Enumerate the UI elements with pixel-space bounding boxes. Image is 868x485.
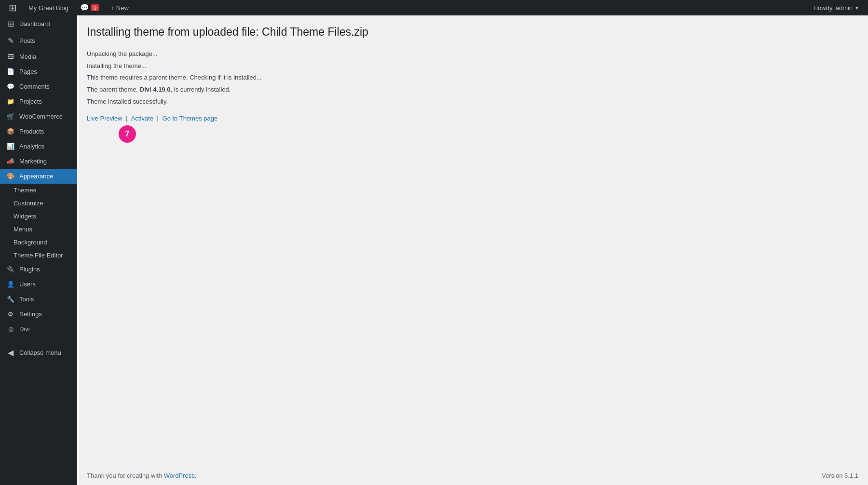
sidebar-submenu-theme-file-editor[interactable]: Theme File Editor [0, 249, 77, 262]
log-text-3: This theme requires a parent theme. Chec… [87, 74, 262, 81]
analytics-label: Analytics [19, 143, 44, 150]
footer-credit: Thank you for creating with WordPress. [87, 472, 196, 479]
sidebar-submenu-menus[interactable]: Menus [0, 223, 77, 236]
wordpress-link[interactable]: WordPress [164, 472, 195, 479]
footer-period: . [195, 472, 197, 479]
sidebar-item-tools[interactable]: 🔧 Tools [0, 292, 77, 307]
parent-theme-name: Divi 4.19.0 [140, 86, 171, 93]
log-text-4-prefix: The parent theme, [87, 86, 140, 93]
log-line-3: This theme requires a parent theme. Chec… [87, 73, 858, 83]
adminbar-site-name[interactable]: My Great Blog [24, 0, 73, 15]
log-line-2: Installing the theme... [87, 61, 858, 71]
users-label: Users [19, 281, 36, 288]
themes-submenu-label: Themes [14, 187, 36, 194]
sidebar-item-woocommerce[interactable]: 🛒 WooCommerce [0, 109, 77, 124]
footer-prefix-text: Thank you for creating with [87, 472, 164, 479]
live-preview-link[interactable]: Live Preview [87, 115, 122, 122]
settings-icon: ⚙ [6, 310, 15, 318]
go-to-themes-link[interactable]: Go to Themes page [163, 115, 218, 122]
adminbar-comments[interactable]: 💬 0 [75, 0, 104, 15]
collapse-menu-label: Collapse menu [19, 349, 61, 356]
posts-icon: ✎ [6, 36, 15, 45]
divi-icon: ◎ [6, 325, 15, 333]
sidebar-submenu-background[interactable]: Background [0, 236, 77, 249]
sidebar-item-products[interactable]: 📦 Products [0, 124, 77, 139]
settings-label: Settings [19, 310, 42, 318]
marketing-icon: 📣 [6, 158, 15, 165]
tools-label: Tools [19, 296, 34, 303]
adminbar-logo[interactable]: ⊞ [4, 0, 22, 15]
plugins-label: Plugins [19, 266, 40, 273]
dashboard-label: Dashboard [19, 20, 50, 27]
sidebar-item-dashboard[interactable]: ⊞ Dashboard [0, 15, 77, 32]
tools-icon: 🔧 [6, 296, 15, 303]
comments-sidebar-icon: 💬 [6, 83, 15, 90]
sidebar-item-settings[interactable]: ⚙ Settings [0, 307, 77, 322]
sidebar-submenu-widgets[interactable]: Widgets [0, 210, 77, 223]
projects-icon: 📁 [6, 98, 15, 105]
install-log: Unpacking the package... Installing the … [87, 49, 858, 107]
log-text-4-suffix: , is currently installed. [170, 86, 231, 93]
appearance-icon: 🎨 [6, 173, 15, 180]
dropdown-arrow-icon: ▼ [854, 5, 859, 11]
sidebar-item-users[interactable]: 👤 Users [0, 277, 77, 292]
site-name-label: My Great Blog [28, 4, 68, 12]
log-text-1: Unpacking the package... [87, 50, 158, 57]
collapse-menu-button[interactable]: ◀ Collapse menu [0, 344, 77, 361]
admin-bar: ⊞ My Great Blog 💬 0 + New Howdy, admin ▼ [0, 0, 868, 15]
wp-footer: Thank you for creating with WordPress. V… [77, 466, 868, 485]
version-text: Version 6.1.1 [822, 472, 858, 479]
wp-body: ⊞ Dashboard ✎ Posts 🖼 Media 📄 Pages 💬 Co… [0, 15, 868, 485]
comment-count-badge: 0 [91, 4, 99, 11]
sidebar-item-projects[interactable]: 📁 Projects [0, 94, 77, 109]
howdy-menu[interactable]: Howdy, admin ▼ [809, 4, 864, 12]
sidebar-item-appearance[interactable]: 🎨 Appearance [0, 169, 77, 184]
log-text-5: Theme installed successfully. [87, 98, 168, 105]
admin-menu: ⊞ Dashboard ✎ Posts 🖼 Media 📄 Pages 💬 Co… [0, 15, 77, 485]
background-submenu-label: Background [14, 239, 47, 246]
woocommerce-label: WooCommerce [19, 113, 63, 120]
sidebar-item-divi[interactable]: ◎ Divi [0, 322, 77, 337]
woocommerce-icon: 🛒 [6, 113, 15, 120]
sidebar-item-comments[interactable]: 💬 Comments [0, 79, 77, 94]
log-line-1: Unpacking the package... [87, 49, 858, 59]
sidebar-submenu-themes[interactable]: Themes [0, 184, 77, 197]
widgets-submenu-label: Widgets [14, 213, 36, 220]
pages-label: Pages [19, 68, 37, 75]
adminbar-new[interactable]: + New [106, 0, 134, 15]
log-text-2: Installing the theme... [87, 62, 147, 69]
page-title: Installing theme from uploaded file: Chi… [87, 25, 858, 40]
sidebar-item-analytics[interactable]: 📊 Analytics [0, 139, 77, 154]
separator-1: | [126, 115, 127, 122]
media-label: Media [19, 53, 36, 60]
divi-label: Divi [19, 325, 30, 333]
action-links: Live Preview | Activate | Go to Themes p… [87, 115, 858, 122]
log-line-4: The parent theme, Divi 4.19.0, is curren… [87, 85, 858, 95]
projects-label: Projects [19, 98, 42, 105]
comments-icon: 💬 [80, 3, 89, 12]
users-icon: 👤 [6, 281, 15, 288]
appearance-label: Appearance [19, 173, 53, 180]
sidebar-item-pages[interactable]: 📄 Pages [0, 64, 77, 79]
main-content: Installing theme from uploaded file: Chi… [77, 15, 868, 485]
sidebar-item-marketing[interactable]: 📣 Marketing [0, 154, 77, 169]
analytics-icon: 📊 [6, 143, 15, 150]
sidebar-item-posts[interactable]: ✎ Posts [0, 32, 77, 49]
dashboard-icon: ⊞ [6, 19, 15, 28]
sidebar-submenu-customize[interactable]: Customize [0, 197, 77, 210]
sidebar-item-media[interactable]: 🖼 Media [0, 49, 77, 64]
theme-file-editor-submenu-label: Theme File Editor [14, 252, 63, 259]
activate-link[interactable]: Activate [131, 115, 153, 122]
customize-submenu-label: Customize [14, 200, 43, 207]
step-badge: 7 [119, 125, 136, 143]
comments-label: Comments [19, 83, 50, 90]
media-icon: 🖼 [6, 53, 15, 60]
content-wrap: Installing theme from uploaded file: Chi… [77, 15, 868, 466]
plugins-icon: 🔌 [6, 266, 15, 273]
plus-icon: + [110, 4, 114, 12]
separator-2: | [157, 115, 159, 122]
sidebar-item-plugins[interactable]: 🔌 Plugins [0, 262, 77, 277]
pages-icon: 📄 [6, 68, 15, 75]
menus-submenu-label: Menus [14, 226, 32, 233]
marketing-label: Marketing [19, 158, 47, 165]
